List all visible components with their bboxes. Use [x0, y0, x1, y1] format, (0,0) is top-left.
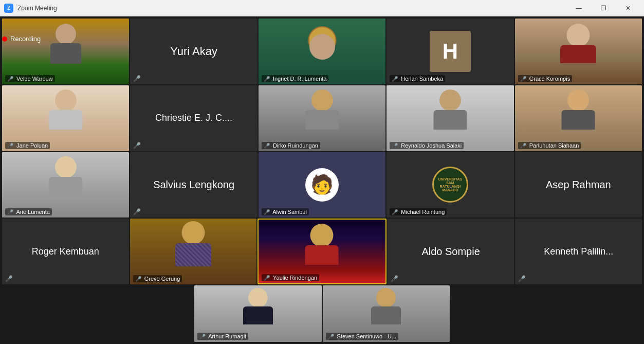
- participant-parluhutan: 🎤 Parluhutan Siahaan: [515, 85, 642, 151]
- kenneth-mute: 🎤: [518, 275, 526, 282]
- jane-name: 🎤 Jane Poluan: [5, 142, 50, 149]
- velbe-photo: [2, 19, 129, 84]
- mute-icon: 🎤: [135, 276, 141, 282]
- velbe-name: 🎤 Velbe Warouw: [5, 75, 55, 82]
- aldo-mute: 🎤: [391, 275, 398, 282]
- chriestie-display-name: Chriestie E. J. C....: [151, 108, 236, 128]
- window-title: Zoom Meeting: [17, 5, 57, 12]
- title-bar-left: Z Zoom Meeting: [4, 4, 57, 13]
- roger-mute: 🎤: [5, 275, 13, 282]
- salvius-display-name: Salvius Lengkong: [149, 175, 238, 195]
- grevo-name: 🎤 Grevo Gerung: [133, 275, 182, 282]
- mute-icon: 🎤: [7, 76, 13, 82]
- participant-michael: UNIVERSITASSAMRATULANGIMANADO 🎤 Michael …: [387, 152, 513, 218]
- asep-display-name: Asep Rahman: [542, 175, 615, 195]
- participant-kenneth: Kenneth Palilin... 🎤: [515, 219, 642, 284]
- ingriet-name: 🎤 Ingriet D. R. Lumenta: [262, 75, 329, 82]
- participant-jane: 🎤 Jane Poluan: [2, 85, 129, 151]
- mute-icon: 🎤: [520, 143, 526, 149]
- mute-icon: 🎤: [392, 209, 398, 215]
- spacer-left: [2, 285, 193, 342]
- participant-steven: 🎤 Steven Sentinuwo - U...: [323, 285, 450, 342]
- participant-alwin: 🧑 🎤 Alwin Sambul: [259, 152, 385, 218]
- yuri-mute: 🎤: [133, 75, 141, 82]
- maximize-button[interactable]: ❐: [592, 0, 615, 16]
- participant-asep: Asep Rahman: [515, 152, 642, 218]
- steven-name: 🎤 Steven Sentinuwo - U...: [326, 333, 399, 340]
- mute-icon: 🎤: [520, 76, 526, 82]
- yaulie-name: 🎤 Yaulie Rindengan: [262, 274, 319, 281]
- participant-grevo: 🎤 Grevo Gerung: [130, 219, 257, 284]
- mute-icon: 🎤: [199, 334, 206, 339]
- close-button[interactable]: ✕: [616, 0, 640, 16]
- michael-badge: UNIVERSITASSAMRATULANGIMANADO: [432, 167, 468, 203]
- row-4: Roger Kembuan 🎤 🎤 Grevo Gerung 🎤: [2, 219, 642, 284]
- participant-velbe: 🎤 Velbe Warouw: [2, 19, 129, 84]
- zoom-icon: Z: [4, 4, 13, 13]
- arie-name: 🎤 Arie Lumenta: [5, 208, 52, 215]
- mute-icon: 🎤: [7, 209, 13, 215]
- participant-yaulie: 🎤 Yaulie Rindengan: [257, 219, 387, 284]
- participant-ingriet: UNSRATPETERNAK 🎤 Ingriet D. R. Lumenta: [259, 19, 385, 84]
- participant-grace: 🎤 Grace Korompis: [515, 19, 642, 84]
- reynaldo-name: 🎤 Reynaldo Joshua Salaki: [390, 142, 464, 149]
- mute-icon: 🎤: [264, 143, 270, 149]
- recording-dot: [2, 37, 7, 42]
- mute-icon: 🎤: [264, 275, 270, 281]
- herlan-name: 🎤 Herlan Sambeka: [390, 75, 445, 82]
- participant-aldo: Aldo Sompie 🎤: [388, 219, 514, 284]
- row-1: 🎤 Velbe Warouw Yuri Akay 🎤 UNSRATPETERNA…: [2, 19, 642, 84]
- participant-arie: 🎤 Arie Lumenta: [2, 152, 129, 218]
- parluhutan-name: 🎤 Parluhutan Siahaan: [518, 142, 581, 149]
- recording-indicator: Recording: [2, 35, 41, 43]
- participant-arthur: 🎤 Arthur Rumagit: [194, 285, 322, 342]
- kenneth-display-name: Kenneth Palilin...: [540, 242, 617, 261]
- window-controls[interactable]: — ❐ ✕: [567, 0, 640, 16]
- row-5: 🎤 Arthur Rumagit 🎤 Steven Sentinuwo - U.…: [2, 285, 642, 342]
- recording-label: Recording: [10, 35, 41, 43]
- minimize-button[interactable]: —: [567, 0, 591, 16]
- row-3: 🎤 Arie Lumenta Salvius Lengkong 🎤 🧑 🎤 Al…: [2, 152, 642, 218]
- salvius-mute: 🎤: [133, 208, 141, 215]
- chriestie-mute: 🎤: [133, 142, 141, 149]
- mute-icon: 🎤: [392, 76, 398, 82]
- alwin-cartoon: 🧑: [305, 168, 339, 202]
- row-2: 🎤 Jane Poluan Chriestie E. J. C.... 🎤 🎤 …: [2, 85, 642, 151]
- mute-icon: 🎤: [264, 209, 270, 215]
- participant-dirko: 🎤 Dirko Ruindungan: [259, 85, 385, 151]
- mute-icon: 🎤: [392, 143, 398, 149]
- mute-icon: 🎤: [264, 76, 270, 82]
- participant-herlan: H 🎤 Herlan Sambeka: [387, 19, 513, 84]
- mute-icon: 🎤: [7, 143, 13, 149]
- spacer-right: [451, 285, 642, 342]
- aldo-display-name: Aldo Sompie: [417, 242, 484, 262]
- participant-salvius: Salvius Lengkong 🎤: [130, 152, 257, 218]
- dirko-name: 🎤 Dirko Ruindungan: [262, 142, 320, 149]
- michael-name: 🎤 Michael Raintung: [390, 208, 447, 215]
- participant-reynaldo: 🎤 Reynaldo Joshua Salaki: [387, 85, 513, 151]
- roger-display-name: Roger Kembuan: [28, 242, 103, 261]
- grace-name: 🎤 Grace Korompis: [518, 75, 573, 82]
- alwin-name: 🎤 Alwin Sambul: [262, 208, 309, 215]
- participant-yuri: Yuri Akay 🎤: [130, 19, 257, 84]
- meeting-area: Recording 🎤 Velbe Warouw Yuri Akay 🎤: [0, 16, 644, 344]
- title-bar: Z Zoom Meeting — ❐ ✕: [0, 0, 644, 16]
- mute-icon: 🎤: [328, 334, 334, 339]
- arthur-name: 🎤 Arthur Rumagit: [197, 333, 248, 340]
- herlan-avatar: H: [430, 31, 471, 72]
- participants-grid: 🎤 Velbe Warouw Yuri Akay 🎤 UNSRATPETERNA…: [2, 19, 642, 342]
- participant-chriestie: Chriestie E. J. C.... 🎤: [130, 85, 257, 151]
- yuri-display-name: Yuri Akay: [166, 41, 222, 62]
- participant-roger: Roger Kembuan 🎤: [2, 219, 129, 284]
